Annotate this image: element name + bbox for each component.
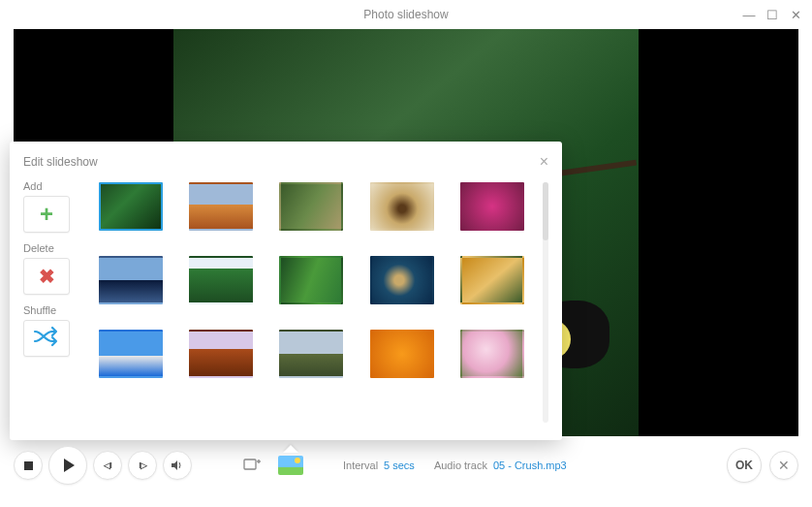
thumbnail[interactable] <box>279 182 343 231</box>
shuffle-label: Shuffle <box>23 304 79 316</box>
shuffle-icon <box>33 326 60 351</box>
thumbnail[interactable] <box>370 330 434 378</box>
add-button[interactable]: + <box>23 196 70 233</box>
add-label: Add <box>23 180 79 192</box>
speaker-icon <box>172 460 183 470</box>
thumbnail[interactable] <box>99 256 163 304</box>
thumbnail[interactable] <box>99 330 163 378</box>
stop-button[interactable] <box>14 451 43 480</box>
thumbnail[interactable] <box>279 256 343 304</box>
next-icon: I▷ <box>139 460 146 470</box>
maximize-button[interactable]: ☐ <box>765 8 779 22</box>
window-title: Photo slideshow <box>363 8 448 21</box>
thumbnail[interactable] <box>460 256 524 304</box>
thumbnail[interactable] <box>189 330 253 378</box>
thumbnail[interactable] <box>99 182 163 231</box>
edit-slideshow-popover: Edit slideshow × Add + Delete ✖ Shuffle <box>10 142 562 440</box>
thumbnail[interactable] <box>370 182 434 231</box>
volume-button[interactable] <box>163 451 192 480</box>
window-controls: — ☐ ✕ <box>742 0 802 29</box>
close-icon: ✕ <box>778 458 790 473</box>
next-button[interactable]: I▷ <box>128 451 157 480</box>
previous-button[interactable]: ◁I <box>93 451 122 480</box>
stop-icon <box>24 461 33 470</box>
interval-label: Interval <box>343 459 378 471</box>
cancel-button[interactable]: ✕ <box>769 451 798 480</box>
add-media-icon <box>242 458 262 473</box>
x-icon: ✖ <box>39 265 55 288</box>
shuffle-button[interactable] <box>23 320 70 357</box>
thumbnail[interactable] <box>189 256 253 304</box>
delete-button[interactable]: ✖ <box>23 258 70 295</box>
thumbnail[interactable] <box>370 256 434 304</box>
audio-track-value[interactable]: 05 - Crush.mp3 <box>493 459 567 471</box>
add-media-button[interactable] <box>236 453 267 478</box>
titlebar: Photo slideshow — ☐ ✕ <box>0 0 812 29</box>
interval-value[interactable]: 5 secs <box>384 459 415 471</box>
popover-title: Edit slideshow <box>23 155 98 169</box>
thumbnail[interactable] <box>279 330 343 378</box>
ok-button[interactable]: OK <box>727 448 762 483</box>
audio-track-label: Audio track <box>434 459 487 471</box>
thumbnail[interactable] <box>460 182 524 231</box>
minimize-button[interactable]: — <box>742 8 756 22</box>
thumbnail[interactable] <box>189 182 253 231</box>
slideshow-icon <box>278 456 303 475</box>
prev-icon: ◁I <box>104 460 111 470</box>
plus-icon: + <box>40 203 53 226</box>
play-button[interactable] <box>48 446 87 485</box>
popover-sidebar: Add + Delete ✖ Shuffle <box>23 178 79 427</box>
scrollbar-handle[interactable] <box>543 182 548 240</box>
svg-rect-0 <box>244 459 256 469</box>
thumbnail-grid <box>97 178 535 427</box>
close-popover-button[interactable]: × <box>540 153 548 171</box>
edit-slideshow-button[interactable] <box>275 453 306 478</box>
close-window-button[interactable]: ✕ <box>789 8 802 22</box>
thumbnail[interactable] <box>460 330 524 378</box>
play-icon <box>64 459 75 472</box>
bottom-controls: ◁I I▷ Interval 5 secs Audio track 05 - C… <box>14 441 798 490</box>
delete-label: Delete <box>23 242 79 254</box>
thumbnail-scrollbar[interactable] <box>543 182 548 423</box>
